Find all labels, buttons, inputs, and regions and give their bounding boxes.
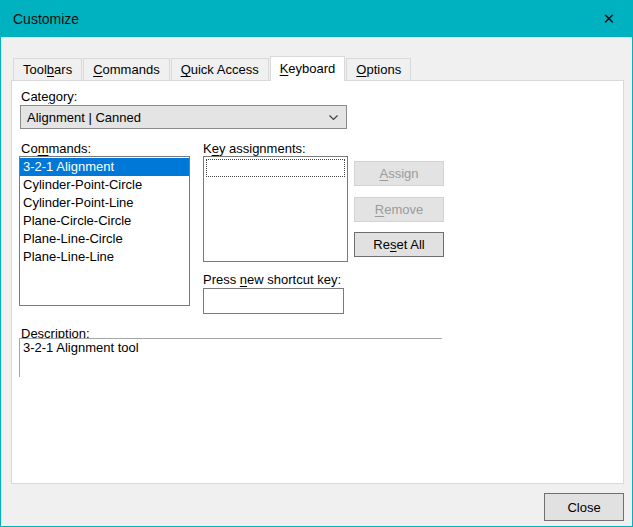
list-item[interactable]: 3-2-1 Alignment xyxy=(20,158,189,176)
list-item[interactable]: Plane-Circle-Circle xyxy=(20,212,189,230)
tab-quick-access[interactable]: Quick Access xyxy=(171,58,269,81)
reset-all-button[interactable]: Reset All xyxy=(354,232,444,257)
commands-label: Commands: xyxy=(21,141,91,156)
list-item[interactable]: Plane-Line-Line xyxy=(20,248,189,266)
press-new-shortcut-label: Press new shortcut key: xyxy=(203,272,341,287)
shortcut-key-input[interactable] xyxy=(203,288,344,314)
close-icon[interactable]: ✕ xyxy=(586,1,632,37)
chevron-down-icon xyxy=(327,111,340,127)
list-item[interactable]: Plane-Line-Circle xyxy=(20,230,189,248)
empty-selection-focus-rect xyxy=(206,159,345,177)
tab-toolbars[interactable]: Toolbars xyxy=(13,58,82,81)
remove-button[interactable]: Remove xyxy=(354,197,444,222)
list-item[interactable]: Cylinder-Point-Line xyxy=(20,194,189,212)
tab-keyboard[interactable]: Keyboard xyxy=(270,56,346,81)
key-assignments-listbox[interactable] xyxy=(203,156,348,262)
tab-commands[interactable]: Commands xyxy=(83,58,169,81)
category-dropdown[interactable]: Alignment | Canned xyxy=(20,105,347,129)
window-title: Customize xyxy=(13,11,79,27)
close-button[interactable]: Close xyxy=(544,493,624,521)
title-bar: Customize ✕ xyxy=(1,1,632,37)
keyboard-tab-page: Category: Alignment | Canned Commands: 3… xyxy=(11,80,624,484)
assign-button[interactable]: Assign xyxy=(354,161,444,186)
tab-strip: Toolbars Commands Quick Access Keyboard … xyxy=(13,56,412,81)
key-assignments-label: Key assignments: xyxy=(203,141,306,156)
category-value: Alignment | Canned xyxy=(27,110,141,125)
category-label: Category: xyxy=(21,89,77,104)
customize-dialog: Customize ✕ Toolbars Commands Quick Acce… xyxy=(0,0,633,527)
description-box: 3-2-1 Alignment tool xyxy=(19,338,442,377)
commands-listbox[interactable]: 3-2-1 Alignment Cylinder-Point-Circle Cy… xyxy=(19,156,190,306)
tab-options[interactable]: Options xyxy=(346,58,411,81)
list-item[interactable]: Cylinder-Point-Circle xyxy=(20,176,189,194)
description-text: 3-2-1 Alignment tool xyxy=(23,340,139,355)
